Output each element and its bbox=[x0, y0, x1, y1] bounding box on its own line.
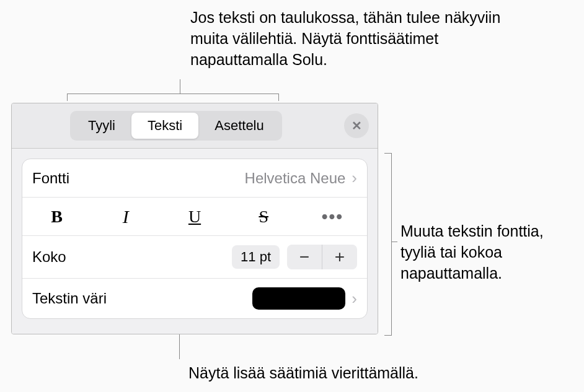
callout-line bbox=[391, 153, 392, 336]
size-value[interactable]: 11 pt bbox=[232, 245, 280, 269]
callout-bottom: Näytä lisää säätimiä vierittämällä. bbox=[188, 363, 436, 384]
callout-line bbox=[391, 242, 397, 242]
chevron-right-icon: › bbox=[352, 168, 357, 188]
text-color-label: Tekstin väri bbox=[32, 290, 107, 307]
text-color-swatch[interactable] bbox=[252, 287, 345, 310]
settings-card: Fontti Helvetica Neue › B I U S ••• Koko… bbox=[22, 159, 368, 319]
bold-button[interactable]: B bbox=[22, 198, 91, 235]
callout-line bbox=[179, 334, 180, 359]
size-stepper: − + bbox=[287, 245, 357, 269]
plus-icon: + bbox=[335, 247, 345, 267]
tab-layout[interactable]: Asettelu bbox=[198, 113, 280, 139]
size-increase-button[interactable]: + bbox=[322, 245, 357, 269]
italic-button[interactable]: I bbox=[91, 198, 160, 235]
callout-line bbox=[278, 94, 279, 101]
tab-text[interactable]: Teksti bbox=[131, 113, 198, 139]
tab-style[interactable]: Tyyli bbox=[72, 113, 131, 139]
callout-line bbox=[180, 79, 180, 94]
text-style-row: B I U S ••• bbox=[22, 198, 367, 236]
underline-button[interactable]: U bbox=[160, 198, 229, 235]
callout-line bbox=[67, 94, 68, 101]
font-row[interactable]: Fontti Helvetica Neue › bbox=[22, 159, 367, 198]
more-options-button[interactable]: ••• bbox=[298, 198, 367, 235]
text-color-row[interactable]: Tekstin väri › bbox=[22, 279, 367, 318]
panel-content: Fontti Helvetica Neue › B I U S ••• Koko… bbox=[12, 149, 378, 334]
font-label: Fontti bbox=[32, 170, 69, 187]
format-panel: Tyyli Teksti Asettelu ✕ Fontti Helvetica… bbox=[11, 103, 378, 334]
segmented-control: Tyyli Teksti Asettelu bbox=[70, 111, 282, 141]
callout-line bbox=[384, 335, 392, 336]
minus-icon: − bbox=[299, 247, 309, 267]
size-row: Koko 11 pt − + bbox=[22, 236, 367, 279]
font-value: Helvetica Neue bbox=[245, 170, 346, 187]
tab-bar: Tyyli Teksti Asettelu ✕ bbox=[12, 103, 378, 149]
size-label: Koko bbox=[32, 248, 66, 266]
close-button[interactable]: ✕ bbox=[344, 113, 369, 138]
callout-right: Muuta tekstin fonttia, tyyliä tai kokoa … bbox=[400, 221, 574, 284]
chevron-right-icon: › bbox=[352, 289, 357, 308]
callout-line bbox=[384, 153, 392, 154]
size-decrease-button[interactable]: − bbox=[287, 245, 322, 269]
callout-line bbox=[67, 94, 279, 94]
close-icon: ✕ bbox=[352, 118, 362, 133]
strikethrough-button[interactable]: S bbox=[229, 198, 298, 235]
callout-top: Jos teksti on taulukossa, tähän tulee nä… bbox=[190, 7, 507, 70]
